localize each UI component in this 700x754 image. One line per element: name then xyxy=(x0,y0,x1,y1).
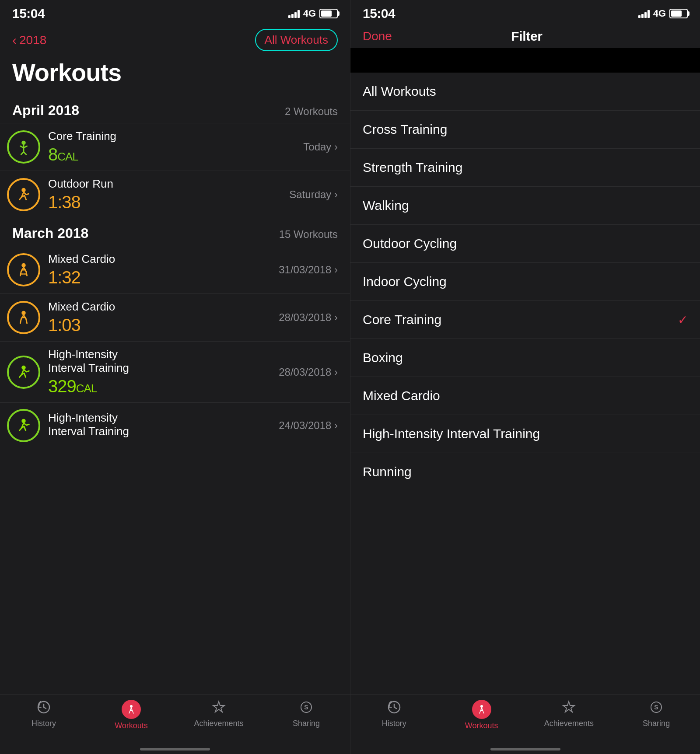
filter-item-mixed-cardio[interactable]: Mixed Cardio xyxy=(350,377,700,415)
filter-label-mixed-cardio: Mixed Cardio xyxy=(363,388,440,403)
filter-item-outdoor-cycling[interactable]: Outdoor Cycling xyxy=(350,225,700,263)
workout-date-cardio1: 31/03/2018 › xyxy=(279,264,338,276)
tab-label-sharing-left: Sharing xyxy=(293,719,320,728)
filter-label-core-training: Core Training xyxy=(363,312,441,327)
filter-label-boxing: Boxing xyxy=(363,350,403,365)
filter-item-cross-training[interactable]: Cross Training xyxy=(350,111,700,149)
section-header-april: April 2018 2 Workouts xyxy=(0,95,350,123)
filter-item-walking[interactable]: Walking xyxy=(350,187,700,225)
workout-name-hiit2: High-IntensityInterval Training xyxy=(48,411,279,438)
left-nav: ‹ 2018 All Workouts xyxy=(0,24,350,56)
right-signal-icon xyxy=(638,9,650,18)
section-header-march: March 2018 15 Workouts xyxy=(0,218,350,246)
workout-meta-run: Saturday › xyxy=(289,188,338,201)
right-status-icons: 4G xyxy=(638,8,688,19)
cardio-icon-2 xyxy=(15,309,32,326)
filter-button[interactable]: All Workouts xyxy=(255,29,338,51)
tab-history-left[interactable]: History xyxy=(0,700,88,730)
svg-point-12 xyxy=(130,705,133,708)
workout-icon-hiit2 xyxy=(7,409,40,442)
workouts-tab-icon xyxy=(122,700,141,719)
workout-name-hiit1: High-IntensityInterval Training xyxy=(48,348,279,375)
left-status-time: 15:04 xyxy=(12,6,45,21)
filter-item-boxing[interactable]: Boxing xyxy=(350,339,700,377)
workout-meta-cardio1: 31/03/2018 › xyxy=(279,264,338,276)
sharing-tab-icon: S xyxy=(299,700,314,717)
workout-item-core[interactable]: Core Training 8CAL Today › xyxy=(0,123,350,171)
workout-item-cardio1[interactable]: Mixed Cardio 1:32 31/03/2018 › xyxy=(0,246,350,293)
tab-label-workouts-right: Workouts xyxy=(465,721,498,730)
workout-item-hiit2[interactable]: High-IntensityInterval Training 24/03/20… xyxy=(0,402,350,448)
svg-text:S: S xyxy=(654,704,658,711)
page-title: Workouts xyxy=(12,59,121,86)
section-month-april: April 2018 xyxy=(12,102,79,119)
right-panel: 15:04 4G Done Filter All Workouts Cross … xyxy=(350,0,700,754)
cardio-icon xyxy=(15,262,32,278)
tab-sharing-left[interactable]: S Sharing xyxy=(262,700,350,730)
history-tab-icon xyxy=(36,700,51,717)
battery-icon xyxy=(319,9,338,18)
right-4g-label: 4G xyxy=(653,8,666,19)
signal-icon xyxy=(288,9,300,18)
filter-black-bar xyxy=(350,48,700,73)
filter-item-hiit[interactable]: High-Intensity Interval Training xyxy=(350,415,700,453)
filter-list[interactable]: All Workouts Cross Training Strength Tra… xyxy=(350,73,700,694)
right-sharing-tab-icon: S xyxy=(649,700,664,717)
workout-date-hiit1: 28/03/2018 › xyxy=(279,366,338,378)
right-home-indicator xyxy=(350,739,700,754)
right-nav: Done Filter xyxy=(350,24,700,48)
svg-point-16 xyxy=(480,705,483,708)
tab-label-sharing-right: Sharing xyxy=(643,719,670,728)
filter-item-strength-training[interactable]: Strength Training xyxy=(350,149,700,187)
right-history-tab-icon xyxy=(387,700,402,717)
tab-history-right[interactable]: History xyxy=(350,700,438,730)
filter-item-core-training[interactable]: Core Training ✓ xyxy=(350,301,700,339)
left-tab-bar: History Workouts Achievements xyxy=(0,694,350,739)
filter-label-running: Running xyxy=(363,464,412,479)
workout-item-cardio2[interactable]: Mixed Cardio 1:03 28/03/2018 › xyxy=(0,293,350,341)
right-status-bar: 15:04 4G xyxy=(350,0,700,24)
workout-item-hiit1[interactable]: High-IntensityInterval Training 329CAL 2… xyxy=(0,341,350,402)
tab-sharing-right[interactable]: S Sharing xyxy=(612,700,700,730)
back-button[interactable]: ‹ 2018 xyxy=(12,33,46,47)
hiit-icon-2 xyxy=(15,417,32,434)
section-count-march: 15 Workouts xyxy=(279,228,338,241)
workout-name-run: Outdoor Run xyxy=(48,177,289,191)
tab-label-history-right: History xyxy=(382,719,406,728)
filter-label-walking: Walking xyxy=(363,198,409,213)
filter-label-strength-training: Strength Training xyxy=(363,160,462,175)
tab-achievements-left[interactable]: Achievements xyxy=(175,700,262,730)
filter-button-container: All Workouts xyxy=(255,29,338,51)
left-panel: 15:04 4G ‹ 2018 All Workouts Workouts Ap… xyxy=(0,0,350,754)
tab-workouts-left[interactable]: Workouts xyxy=(88,700,175,730)
workout-stat-core: 8CAL xyxy=(48,145,303,164)
filter-item-running[interactable]: Running xyxy=(350,453,700,491)
done-button[interactable]: Done xyxy=(363,29,392,43)
tab-label-achievements-right: Achievements xyxy=(544,719,594,728)
workout-stat-cardio1: 1:32 xyxy=(48,268,279,287)
filter-title: Filter xyxy=(511,29,542,44)
filter-label-indoor-cycling: Indoor Cycling xyxy=(363,274,447,289)
section-month-march: March 2018 xyxy=(12,225,88,241)
filter-item-all-workouts[interactable]: All Workouts xyxy=(350,73,700,111)
svg-text:S: S xyxy=(304,704,308,711)
workout-date-core: Today › xyxy=(303,141,338,153)
section-count-april: 2 Workouts xyxy=(285,105,338,118)
workout-date-run: Saturday › xyxy=(289,188,338,201)
workout-scroll[interactable]: April 2018 2 Workouts Core Training 8CAL xyxy=(0,95,350,694)
workout-item-run[interactable]: Outdoor Run 1:38 Saturday › xyxy=(0,171,350,218)
filter-item-indoor-cycling[interactable]: Indoor Cycling xyxy=(350,263,700,301)
run-icon xyxy=(15,186,32,203)
workout-icon-hiit1 xyxy=(7,356,40,389)
workout-info-hiit1: High-IntensityInterval Training 329CAL xyxy=(48,348,279,396)
workout-name-cardio1: Mixed Cardio xyxy=(48,252,279,266)
core-icon xyxy=(15,139,32,155)
right-achievements-tab-icon xyxy=(561,700,576,717)
tab-achievements-right[interactable]: Achievements xyxy=(525,700,613,730)
tab-label-history-left: History xyxy=(32,719,56,728)
right-battery-icon xyxy=(669,9,688,18)
tab-workouts-right[interactable]: Workouts xyxy=(438,700,525,730)
tab-label-achievements-left: Achievements xyxy=(194,719,243,728)
filter-label-hiit: High-Intensity Interval Training xyxy=(363,426,540,441)
workout-icon-core xyxy=(7,130,40,164)
